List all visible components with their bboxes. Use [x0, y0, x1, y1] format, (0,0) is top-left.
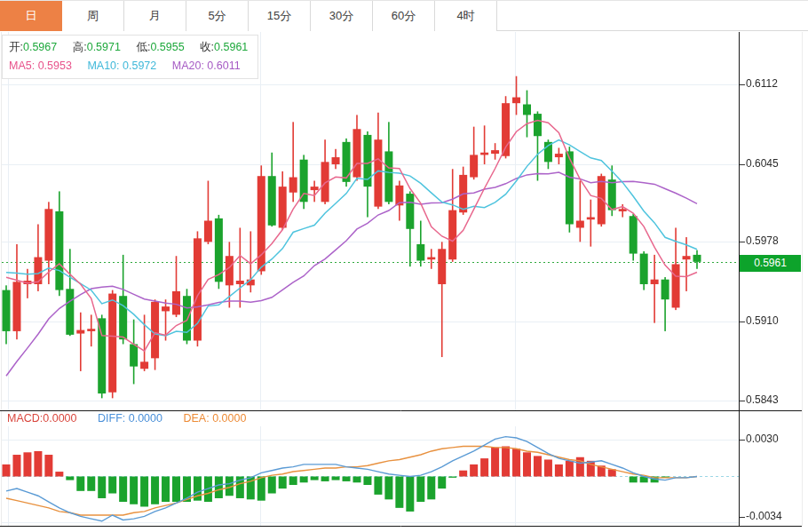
tab-month[interactable]: 月 — [124, 1, 186, 31]
timeframe-tabbar: 日 周 月 5分 15分 30分 60分 4时 — [0, 0, 808, 31]
high-value: 0.5971 — [87, 41, 121, 53]
close-label: 收: — [200, 41, 214, 53]
diff-label: DIFF: — [98, 412, 125, 425]
tab-30min[interactable]: 30分 — [311, 1, 373, 31]
diff-value: 0.0000 — [129, 412, 162, 425]
dea-label: DEA: — [183, 412, 209, 425]
macd-tick-high: 0.0030 — [746, 433, 779, 446]
current-price-badge: 0.5961 — [740, 255, 801, 272]
macd-indicator-row: MACD:0.0000 DIFF: 0.0000 DEA: 0.0000 — [7, 411, 246, 426]
macd-value: 0.0000 — [43, 412, 76, 425]
ma5-value: 0.5953 — [38, 60, 72, 72]
open-label: 开: — [9, 41, 23, 53]
ma-row: MA5: 0.5953 MA10: 0.5972 MA20: 0.6011 — [9, 57, 257, 75]
ma10-label: MA10: — [87, 60, 119, 72]
low-value: 0.5955 — [150, 41, 184, 53]
tab-day[interactable]: 日 — [0, 1, 62, 31]
price-tick-0.5978: 0.5978 — [746, 234, 779, 248]
price-tick-0.5910: 0.5910 — [746, 314, 779, 328]
price-tick-0.6045: 0.6045 — [746, 157, 779, 171]
dea-value: 0.0000 — [212, 412, 246, 425]
price-tick-0.6112: 0.6112 — [746, 77, 778, 91]
macd-label: MACD: — [7, 412, 43, 425]
low-label: 低: — [136, 41, 150, 53]
open-value: 0.5967 — [23, 41, 57, 53]
ma20-label: MA20: — [172, 60, 204, 72]
close-value: 0.5961 — [214, 41, 248, 53]
tab-4hour[interactable]: 4时 — [435, 1, 497, 31]
ma5-label: MA5: — [9, 60, 35, 72]
tab-week[interactable]: 周 — [62, 1, 124, 31]
macd-tick-low: -0.0034 — [746, 510, 782, 523]
price-tick-0.5843: 0.5843 — [746, 393, 779, 407]
kline-app: 日 周 月 5分 15分 30分 60分 4时 开:0.5967 高:0.597… — [0, 0, 808, 532]
tab-5min[interactable]: 5分 — [186, 1, 249, 31]
tab-15min[interactable]: 15分 — [249, 1, 311, 31]
high-label: 高: — [73, 41, 87, 53]
ma10-value: 0.5972 — [123, 60, 156, 72]
ohlc-row: 开:0.5967 高:0.5971 低:0.5955 收:0.5961 — [9, 38, 257, 57]
candlestick-chart-canvas[interactable] — [0, 0, 808, 532]
tab-60min[interactable]: 60分 — [373, 1, 435, 31]
ohlc-info-box: 开:0.5967 高:0.5971 低:0.5955 收:0.5961 MA5:… — [2, 35, 258, 79]
ma20-value: 0.6011 — [207, 60, 240, 72]
